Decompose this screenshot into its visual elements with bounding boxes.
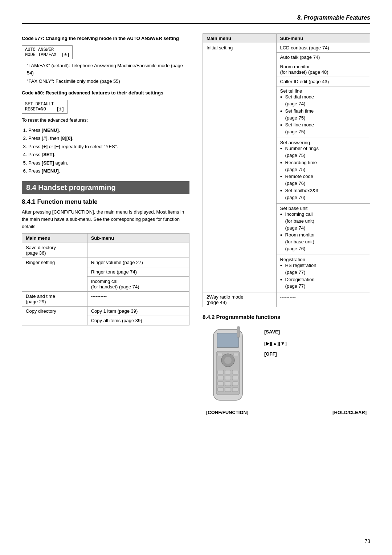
code77-label: Code #77: Changing the receiving mode in… [22, 36, 189, 41]
right-column: Main menu Sub-menu Initial setting LCD c… [203, 31, 370, 415]
svg-rect-6 [218, 370, 224, 374]
step-1: Press [MENU]. [28, 127, 189, 134]
baseunit-list: Incoming call(for base unit)(page 74) Ro… [280, 211, 366, 252]
section841-body: After pressing [CONF/FUNCTION], the main… [22, 208, 189, 230]
phone-illustration [203, 326, 261, 407]
phone-diagram: [SAVE] [▶][▲][▼] [OFF] [203, 326, 370, 407]
left-table-sub-copy2: Copy all items (page 39) [87, 316, 189, 325]
left-table-sub-ringer3: Incoming call(for handset) (page 74) [87, 277, 189, 292]
code77-line2: MODE=TAM/FAX [±] [25, 52, 69, 57]
phone-svg [203, 326, 253, 406]
svg-rect-17 [232, 388, 238, 392]
table-row: Date and time(page 29) ---------- [22, 292, 189, 307]
bottom-phone-labels: [CONF/FUNCTION] [HOLD/CLEAR] [203, 410, 370, 415]
code77-note2: "FAX ONLY": Facsimile only mode (page 55… [27, 78, 189, 85]
code80-block: SET DEFAULT RESET=NO [±] [22, 100, 68, 114]
function-table-right: Main menu Sub-menu Initial setting LCD c… [203, 33, 370, 307]
right-table-sub-telline: Set tel line Set dial mode(page 74) Set … [276, 86, 370, 138]
right-table-col-sub: Sub-menu [276, 34, 370, 43]
section842-heading: 8.4.2 Programmable functions [203, 314, 370, 320]
table-row: 2Way radio mode(page 49) ---------- [203, 292, 370, 307]
right-table-sub-roommonitor-handset: Room monitor(for handset) (page 48) [276, 62, 370, 77]
left-table-sub-copy1: Copy 1 item (page 39) [87, 307, 189, 316]
right-table-sub-baseunit: Set base unit Incoming call(for base uni… [276, 203, 370, 255]
label-conf: [CONF/FUNCTION] [206, 410, 248, 415]
left-table-col-sub: Sub-menu [87, 234, 189, 243]
svg-point-5 [224, 357, 232, 364]
table-row: Copy directory Copy 1 item (page 39) [22, 307, 189, 316]
registration-item-dereg: Deregistration(page 77) [280, 276, 366, 290]
label-off: [OFF] [264, 351, 370, 357]
step-6: Press [MENU]. [28, 167, 189, 175]
answering-item-rings: Number of rings(page 75) [280, 145, 366, 159]
svg-rect-18 [218, 353, 222, 356]
step-5: Press [SET] again. [28, 159, 189, 167]
svg-rect-19 [234, 353, 238, 356]
left-column: Code #77: Changing the receiving mode in… [22, 31, 189, 415]
page-number: 73 [364, 538, 370, 544]
left-table-main-1: Save directory(page 36) [22, 243, 87, 258]
section841-heading: 8.4.1 Function menu table [22, 198, 189, 206]
page: 8. Programmable Features Code #77: Chang… [0, 0, 392, 555]
code77-note1: "TAM/FAX" (default): Telephone Answering… [27, 62, 189, 76]
svg-rect-10 [225, 376, 231, 380]
step-3: Press [+] or [−] repeatedly to select "Y… [28, 143, 189, 150]
right-table-sub-autotalk: Auto talk (page 74) [276, 53, 370, 62]
left-table-main-copy: Copy directory [22, 307, 87, 325]
off-bracket: [OFF] [264, 351, 277, 357]
function-table-left: Main menu Sub-menu Save directory(page 3… [22, 233, 189, 325]
svg-rect-14 [232, 382, 238, 386]
left-table-sub-ringer1: Ringer volume (page 27) [87, 258, 189, 267]
svg-rect-11 [232, 376, 238, 380]
svg-rect-13 [225, 382, 231, 386]
answering-item-remotecode: Remote code(page 76) [280, 173, 366, 187]
code80-line2: RESET=NO [±] [25, 107, 64, 112]
label-nav: [▶][▲][▼] [264, 340, 370, 347]
svg-rect-1 [217, 333, 239, 348]
code77-block: AUTO ANSWER MODE=TAM/FAX [±] [22, 45, 73, 59]
page-header: 8. Programmable Features [22, 15, 370, 24]
telline-item-flashtime: Set flash time(page 75) [280, 108, 366, 122]
telline-list: Set dial mode(page 74) Set flash time(pa… [280, 94, 366, 135]
table-row: Save directory(page 36) ---------- [22, 243, 189, 258]
left-table-main-date: Date and time(page 29) [22, 292, 87, 307]
label-save: [SAVE] [264, 329, 370, 335]
page-title: 8. Programmable Features [297, 15, 370, 21]
right-table-sub-callerid: Caller ID edit (page 43) [276, 77, 370, 86]
answering-list: Number of rings(page 75) Recording time(… [280, 145, 366, 201]
code77-line1: AUTO ANSWER [25, 47, 69, 52]
step-4: Press [SET]. [28, 151, 189, 158]
telline-item-linemode: Set line mode(page 75) [280, 122, 366, 135]
right-table-main-2way: 2Way radio mode(page 49) [203, 292, 277, 307]
telline-item-dialmode: Set dial mode(page 74) [280, 94, 366, 108]
table-row: Initial setting LCD contrast (page 74) [203, 43, 370, 53]
svg-rect-3 [237, 327, 240, 337]
right-table-sub-lcd: LCD contrast (page 74) [276, 43, 370, 53]
table-row: Ringer setting Ringer volume (page 27) [22, 258, 189, 267]
section84-heading: 8.4 Handset programming [22, 181, 189, 194]
code80-label: Code #80: Resetting advanced features to… [22, 90, 189, 96]
registration-item-hs: HS registration(page 77) [280, 262, 366, 276]
svg-rect-7 [225, 370, 231, 374]
left-table-sub-1: ---------- [87, 243, 189, 258]
right-table-sub-2way: ---------- [276, 292, 370, 307]
code80-line1: SET DEFAULT [25, 102, 64, 107]
registration-list: HS registration(page 77) Deregistration(… [280, 262, 366, 290]
right-table-sub-answering: Set answering Number of rings(page 75) R… [276, 138, 370, 204]
right-table-col-main: Main menu [203, 34, 277, 43]
label-hold: [HOLD/CLEAR] [332, 410, 367, 415]
steps-list: Press [MENU]. Press [#], then [8][0]. Pr… [28, 127, 189, 175]
left-table-col-main: Main menu [22, 234, 87, 243]
step-2: Press [#], then [8][0]. [28, 135, 189, 142]
right-table-main-initial: Initial setting [203, 43, 277, 292]
left-table-main-ringer: Ringer setting [22, 258, 87, 292]
answering-item-mailbox: Set mailbox2&3(page 76) [280, 187, 366, 201]
right-table-sub-registration: Registration HS registration(page 77) De… [276, 255, 370, 292]
nav-bracket: [▶][▲][▼] [264, 341, 287, 346]
code80-intro: To reset the advanced features: [22, 117, 189, 124]
svg-rect-16 [225, 388, 231, 392]
left-table-sub-ringer2: Ringer tone (page 74) [87, 267, 189, 277]
baseunit-item-incoming: Incoming call(for base unit)(page 74) [280, 211, 366, 232]
baseunit-item-roommonitor: Room monitor(for base unit)(page 76) [280, 232, 366, 252]
left-table-sub-date: ---------- [87, 292, 189, 307]
